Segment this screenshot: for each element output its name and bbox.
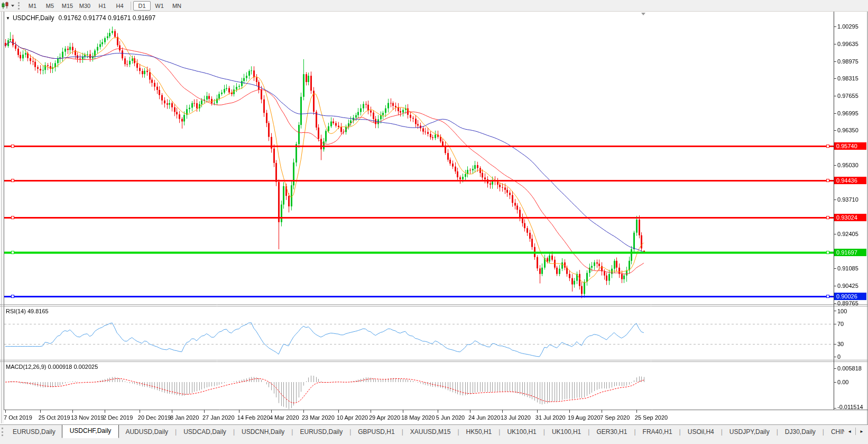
time-axis-label: 10 Apr 2020	[337, 414, 368, 421]
timeframe-button-m30[interactable]: M30	[76, 1, 94, 11]
timeframe-button-m1[interactable]: M1	[24, 1, 41, 11]
price-axis-label: 0.90425	[837, 283, 858, 289]
time-axis-label: 7 Oct 2019	[4, 414, 32, 421]
price-axis-label: 0.99635	[837, 41, 858, 47]
rsi-axis-label: 70	[837, 321, 844, 327]
chart-tab-gbpusd-h1[interactable]: GBPUSD,H1	[352, 426, 401, 438]
time-axis-label: 13 Nov 2019	[71, 414, 104, 421]
price-axis-label: 0.93710	[837, 196, 858, 203]
macd-axis-label: 0.00	[837, 379, 848, 385]
tab-scroll-divider	[855, 428, 856, 435]
macd-axis-label: 0.005818	[837, 365, 862, 371]
time-axis-label: 7 Sep 2020	[600, 414, 630, 421]
rsi-indicator-label: RSI(14) 49.8165	[6, 308, 49, 314]
time-axis-label: 13 Jul 2020	[501, 414, 531, 421]
timeframe-button-mn[interactable]: MN	[168, 1, 186, 11]
chart-symbol-period: USDCHF,Daily	[13, 14, 54, 22]
rsi-axis-label: 100	[837, 308, 847, 314]
tab-scroll-left-icon[interactable]: ◄	[847, 429, 852, 434]
timeframe-button-w1[interactable]: W1	[151, 1, 168, 11]
price-axis-label: 0.92405	[837, 231, 858, 237]
chart-tab-usdcnh-daily[interactable]: USDCNH,Daily	[235, 426, 291, 438]
chart-menu-arrow-icon[interactable]: ▼	[6, 16, 10, 21]
chart-tab-china300-h1[interactable]: CHINA300,H1	[825, 426, 846, 438]
time-axis-label: 2 Dec 2019	[103, 414, 133, 421]
chart-tab-eurusd-daily[interactable]: EURUSD,Daily	[6, 426, 62, 438]
macd-indicator-label: MACD(12,26,9) 0.000918 0.002025	[6, 364, 98, 370]
price-axis-label: 0.97655	[837, 93, 858, 99]
time-axis-label: 20 Dec 2019	[138, 414, 171, 421]
price-level-badge: 0.90026	[834, 293, 866, 300]
chart-tab-usoil-h4[interactable]: USOil,H4	[681, 426, 721, 438]
time-axis-label: 19 Aug 2020	[568, 414, 601, 421]
toolbar-grip[interactable]	[18, 2, 20, 10]
price-axis-label: 0.89765	[837, 300, 858, 306]
timeframe-button-h4[interactable]: H4	[111, 1, 128, 11]
price-level-badge: 0.95740	[834, 142, 866, 150]
price-axis-label: 0.95030	[837, 162, 858, 168]
chart-ohlc-values: 0.91762 0.91774 0.91671 0.91697	[59, 14, 156, 22]
chart-tab-xauusd-m15[interactable]: XAUUSD,M15	[404, 426, 457, 438]
tab-scroll-controls: ◄ ►	[844, 425, 867, 438]
chart-tab-hk50-h1[interactable]: HK50,H1	[460, 426, 498, 438]
time-axis-label: 31 Jul 2020	[535, 414, 566, 421]
chart-tab-uk100-h1[interactable]: UK100,H1	[501, 426, 542, 438]
price-axis-label: 0.98315	[837, 75, 858, 81]
chart-type-dropdown-arrow-icon[interactable]	[11, 5, 14, 7]
chart-tab-usdcad-daily[interactable]: USDCAD,Daily	[177, 426, 233, 438]
chart-tab-eurusd-daily[interactable]: EURUSD,Daily	[293, 426, 349, 438]
time-axis-label: 14 Feb 2020	[237, 414, 270, 421]
time-axis-label: 27 Jan 2020	[202, 414, 235, 421]
chart-title: ▼USDCHF,Daily0.91762 0.91774 0.91671 0.9…	[6, 14, 155, 22]
chart-tabbar: EURUSD,DailyUSDCHF,DailyAUDUSD,Daily|USD…	[0, 424, 868, 439]
timeframe-button-h1[interactable]: H1	[94, 1, 111, 11]
time-axis-label: 24 Jun 2020	[468, 414, 501, 421]
rsi-axis-label: 30	[837, 341, 844, 347]
price-axis-label: 0.98975	[837, 58, 858, 65]
chart-canvas[interactable]	[0, 0, 868, 444]
time-axis-label: 18 May 2020	[401, 414, 435, 421]
chart-tab-usdjpy-daily[interactable]: USDJPY,Daily	[723, 426, 776, 438]
chart-shift-marker[interactable]	[641, 13, 645, 15]
timeframe-button-m15[interactable]: M15	[59, 1, 76, 11]
chart-tab-usdchf-daily[interactable]: USDCHF,Daily	[62, 425, 119, 438]
time-axis-label: 8 Jan 2020	[170, 414, 199, 421]
price-axis-label: 0.96350	[837, 127, 858, 133]
chart-tab-audusd-daily[interactable]: AUDUSD,Daily	[119, 426, 174, 438]
time-axis-label: 4 Mar 2020	[270, 414, 299, 421]
chart-tab-ger30-h1[interactable]: GER30,H1	[590, 426, 633, 438]
tab-scroll-right-icon[interactable]: ►	[860, 429, 864, 434]
tabbar-grip[interactable]	[2, 428, 3, 436]
time-axis-label: 23 Mar 2020	[302, 414, 335, 421]
time-axis-label: 5 Jun 2020	[436, 414, 465, 421]
timeframe-button-m5[interactable]: M5	[41, 1, 59, 11]
time-axis-label: 25 Oct 2019	[39, 414, 70, 421]
price-axis-label: 1.00295	[837, 23, 858, 30]
price-axis-label: 0.96995	[837, 110, 858, 116]
price-level-badge: 0.94436	[834, 177, 866, 184]
price-level-badge: 0.93024	[834, 214, 866, 221]
price-level-badge: 0.91697	[834, 249, 866, 256]
timeframe-button-d1[interactable]: D1	[133, 1, 151, 11]
time-axis-label: 29 Apr 2020	[369, 414, 400, 421]
chart-tab-dj30-daily[interactable]: DJ30,Daily	[779, 426, 822, 438]
chart-type-icon[interactable]	[1, 2, 10, 10]
price-axis-label: 0.91085	[837, 265, 858, 271]
time-axis-label: 25 Sep 2020	[635, 414, 668, 421]
toolbar-separator	[131, 2, 131, 10]
macd-axis-label: -0.011514	[837, 404, 863, 410]
chart-tab-uk100-h1[interactable]: UK100,H1	[546, 426, 587, 438]
chart-tab-fra40-h1[interactable]: FRA40,H1	[636, 426, 679, 438]
rsi-axis-label: 0	[837, 354, 841, 360]
periods-toolbar: M1 M5 M15 M30 H1 H4 D1 W1 MN	[0, 0, 868, 12]
